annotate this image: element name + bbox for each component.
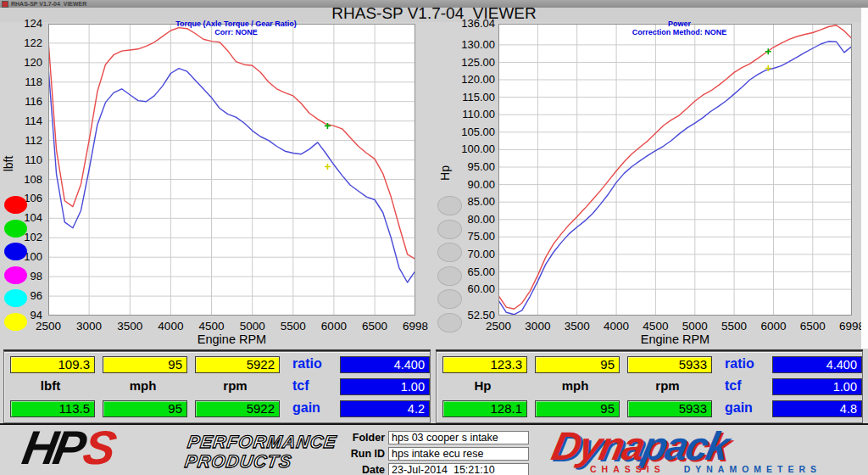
mph-unit-label: mph: [535, 378, 615, 394]
dynapack-logo-pack: pack: [638, 423, 732, 468]
power-readout-panel: 123.3 95 5933 Hp mph rpm 128.1 95 5933 r…: [436, 351, 863, 423]
y-tick-label: 120: [24, 57, 42, 69]
y-tick-label: 125.00: [461, 57, 495, 69]
x-tick-label: 4000: [594, 320, 638, 332]
power-peak-rpm: 5933: [627, 400, 712, 417]
y-tick-label: 80.00: [467, 214, 495, 226]
torque-readout-panel: 109.3 95 5922 lbft mph rpm 113.5 95 5922…: [3, 351, 431, 423]
dynapack-logo-dyna: Dyna: [548, 423, 648, 468]
date-field[interactable]: 23-Jul-2014 15:21:10: [388, 463, 529, 475]
y-tick-label: 90.00: [467, 179, 495, 191]
tcf-label: tcf: [292, 378, 338, 394]
curve-color-button-0[interactable]: [4, 196, 27, 214]
curve-color-button-5[interactable]: [4, 313, 27, 331]
gain-label: gain: [292, 400, 338, 416]
torque-chart-header: Torque (Axle Torque / Gear Ratio) Corr: …: [48, 11, 415, 45]
curve-color-button-1[interactable]: [4, 220, 27, 238]
x-tick-label: 3000: [515, 320, 559, 332]
ratio-label: ratio: [292, 356, 338, 372]
torque-peak-rpm: 5922: [195, 400, 280, 417]
torque-cursor-mph: 95: [103, 356, 187, 373]
x-tick-label: 4500: [190, 320, 234, 332]
torque-x-ticks: 2500300035004000450050005500600065006998: [48, 320, 415, 332]
x-tick-label: 4500: [633, 320, 677, 332]
dynapack-sub-dynamometers: DYNAMOMETERS: [684, 464, 821, 474]
y-tick-label: 95.00: [467, 161, 495, 173]
hps-tagline-line2: PRODUCTS: [184, 451, 336, 471]
right-edge-strip: [861, 8, 868, 349]
torque-peak-mph: 95: [103, 400, 187, 417]
torque-plot-svg: [48, 24, 415, 316]
ratio-value: 4.400: [772, 356, 862, 373]
x-tick-label: 6000: [312, 320, 356, 332]
disabled-color-button-0: [437, 196, 462, 215]
run-id-field[interactable]: hps intake ecu rese: [388, 447, 529, 461]
tcf-value: 1.00: [772, 378, 862, 395]
y-tick-label: 118: [25, 76, 42, 88]
hps-logo: HPS: [17, 427, 119, 475]
folder-field[interactable]: hps 03 cooper s intake: [388, 431, 529, 444]
tcf-value: 1.00: [340, 378, 430, 395]
x-tick-label: 5000: [231, 320, 275, 332]
date-label: Date: [339, 464, 385, 475]
curve-color-button-4[interactable]: [4, 289, 27, 307]
curve-color-button-3[interactable]: [4, 266, 27, 284]
y-tick-label: 100.00: [461, 143, 495, 155]
x-tick-label: 6998: [393, 320, 437, 332]
x-tick-label: 6500: [353, 320, 397, 332]
torque-corr-label: Corr: NONE: [214, 28, 258, 36]
y-tick-label: 70.00: [467, 249, 495, 260]
x-tick-label: 3500: [108, 320, 152, 332]
power-unit-label: Hp: [442, 378, 523, 394]
power-plot-svg: [498, 24, 852, 316]
y-tick-label: 65.00: [467, 266, 495, 278]
torque-x-axis-label: Engine RPM: [48, 332, 415, 346]
power-x-ticks: 2500300035004000450050005500600065006998: [498, 320, 852, 332]
curve-color-button-2[interactable]: [4, 243, 27, 260]
disabled-color-button-3: [437, 266, 462, 286]
torque-cursor-rpm: 5922: [195, 356, 280, 373]
y-tick-label: 96: [31, 290, 42, 302]
hps-logo-tagline: PERFORMANCE PRODUCTS: [184, 432, 338, 471]
folder-label: Folder: [339, 432, 385, 444]
power-cursor-value: 123.3: [442, 356, 527, 373]
y-tick-label: 116: [25, 96, 42, 108]
ratio-value: 4.400: [340, 356, 430, 373]
hps-logo-hp: HP: [19, 421, 87, 474]
run-id-row: Run ID hps intake ecu rese: [339, 447, 529, 461]
x-tick-label: 2500: [26, 320, 70, 332]
gain-label: gain: [725, 400, 771, 416]
power-chart-title: Power: [668, 20, 691, 28]
date-row: Date 23-Jul-2014 15:21:10: [339, 463, 529, 475]
torque-chart-title: Torque (Axle Torque / Gear Ratio): [175, 20, 297, 28]
y-tick-label: 110: [25, 154, 42, 166]
power-corr-label: Correction Method: NONE: [632, 28, 727, 36]
rpm-unit-label: rpm: [627, 378, 708, 394]
y-tick-label: 130.00: [461, 39, 495, 51]
footer: HPS PERFORMANCE PRODUCTS Folder hps 03 c…: [0, 423, 868, 475]
y-tick-label: 110.00: [462, 109, 495, 120]
torque-unit-label: lbft: [10, 378, 91, 394]
y-tick-label: 122: [24, 37, 42, 49]
x-tick-label: 3500: [555, 320, 599, 332]
gain-value: 4.8: [772, 400, 862, 417]
y-tick-label: 115.00: [462, 92, 495, 103]
disabled-color-button-1: [437, 220, 462, 239]
x-tick-label: 6500: [791, 320, 835, 332]
torque-peak-value: 113.5: [10, 400, 95, 417]
y-tick-label: 112: [25, 135, 42, 147]
y-tick-label: 108: [24, 174, 42, 186]
disabled-color-button-2: [437, 243, 462, 262]
power-x-axis-label: Engine RPM: [498, 332, 852, 346]
y-tick-label: 98: [31, 271, 42, 282]
x-tick-label: 5500: [712, 320, 756, 332]
disabled-color-button-5: [437, 313, 462, 332]
y-tick-label: 104: [24, 212, 42, 224]
run-id-label: Run ID: [339, 448, 385, 460]
power-plot[interactable]: [498, 24, 852, 316]
disabled-color-button-4: [437, 289, 462, 309]
torque-plot[interactable]: [48, 24, 415, 316]
folder-row: Folder hps 03 cooper s intake: [339, 431, 529, 444]
run-info-fields: Folder hps 03 cooper s intake Run ID hps…: [339, 431, 529, 475]
power-peak-mph: 95: [535, 400, 620, 417]
